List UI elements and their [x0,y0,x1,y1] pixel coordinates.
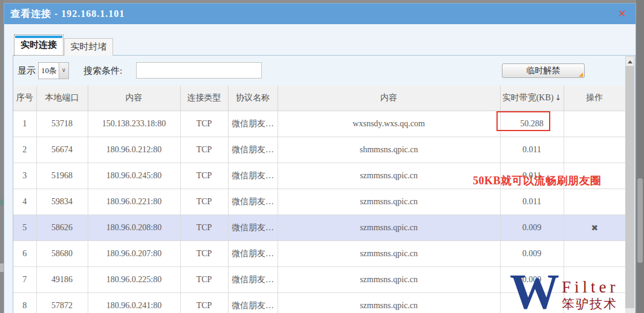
cell-protocol-name: 微信朋友… [228,137,278,163]
cell-connection-type: TCP [180,111,228,137]
cell-no: 2 [13,137,36,163]
annotation-rectangle [496,111,550,131]
tab-label: 实时连接 [21,40,57,50]
cell-content: 180.96.0.212:80 [88,137,180,163]
cell-no: 8 [13,292,36,313]
cell-protocol-name: 微信朋友… [228,215,278,240]
temporary-unban-label: 临时解禁 [527,66,561,75]
cell-content-2: szmmsns.qpic.cn [278,189,500,215]
search-label: 搜索条件: [83,56,122,86]
column-header-connection-type[interactable]: 连接类型 [180,86,228,111]
page-size-select[interactable]: 10条 ∨ [38,62,69,79]
cell-content: 180.96.0.207:80 [88,240,180,266]
table-row[interactable]: 4 59834 180.96.0.221:80 TCP 微信朋友… szmmsn… [13,189,625,215]
dialog-title: 查看连接 - 192.168.1.101 [4,4,636,24]
column-header-content-2[interactable]: 内容 [278,86,500,111]
cell-local-port: 53718 [36,111,88,137]
column-header-local-port[interactable]: 本地端口 [36,86,88,111]
cell-local-port: 49186 [36,266,88,292]
cell-no: 6 [13,240,36,266]
cell-protocol-name: 微信朋友… [228,189,278,215]
table-row[interactable]: 5 58626 180.96.0.208:80 TCP 微信朋友… szmmsn… [13,215,625,240]
cell-no: 5 [13,215,36,240]
cell-connection-type: TCP [180,189,228,215]
toolbar: 显示 10条 ∨ 搜索条件: 临时解禁 [13,56,635,86]
arrow-up-icon [628,60,633,63]
cell-content-2: szmmsns.qpic.cn [278,240,500,266]
button-corner-icon [579,73,583,77]
background-page-scrollbar [637,178,643,263]
cell-protocol-name: 微信朋友… [228,292,278,313]
cell-connection-type: TCP [180,163,228,189]
scrollbar-up-button[interactable] [625,56,634,66]
tab-realtime-connections[interactable]: 实时连接 [14,34,63,56]
cell-content: 150.138.233.18:80 [88,111,180,137]
page-size-value: 10条 [39,63,59,79]
delete-connection-icon[interactable] [564,137,625,163]
table-row[interactable]: 2 56674 180.96.0.212:80 TCP 微信朋友… shmmsn… [13,137,625,163]
watermark-subtitle: 笨驴技术 [562,296,619,312]
cell-connection-type: TCP [180,266,228,292]
cell-local-port: 51968 [36,163,88,189]
sort-descending-icon: ↓ [555,93,561,102]
cell-content-2: szmmsns.qpic.cn [278,266,500,292]
delete-connection-icon[interactable]: ✖ [564,215,625,240]
temporary-unban-button[interactable]: 临时解禁 [502,63,585,78]
delete-connection-icon[interactable] [564,111,625,137]
cell-content-2: szmmsns.qpic.cn [278,292,500,313]
tab-label: 实时封堵 [71,42,107,51]
table-header-row: 序号 本地端口 内容 连接类型 协议名称 内容 实时带宽(KB)↓ 操作 [13,86,625,111]
cell-content-2: szmmsns.qpic.cn [278,163,500,189]
cell-protocol-name: 微信朋友… [228,163,278,189]
display-label: 显示 [18,56,36,86]
tab-realtime-blocking[interactable]: 实时封堵 [64,38,113,56]
dialog-titlebar: 查看连接 - 192.168.1.101 ✕ [4,4,636,24]
cell-protocol-name: 微信朋友… [228,111,278,137]
watermark-brand-name: Filter [562,278,619,296]
cell-content: 180.96.0.221:80 [88,189,180,215]
cell-content: 180.96.0.208:80 [88,215,180,240]
chevron-down-icon[interactable]: ∨ [59,63,68,79]
cell-local-port: 57872 [36,292,88,313]
column-header-no[interactable]: 序号 [13,86,36,111]
cell-content: 180.96.0.225:80 [88,266,180,292]
wfilter-logo-icon: W [510,271,559,313]
active-tab-accent-bar [15,36,62,38]
cell-local-port: 58680 [36,240,88,266]
cell-connection-type: TCP [180,215,228,240]
table-scrollbar[interactable] [625,56,634,313]
column-header-bandwidth[interactable]: 实时带宽(KB)↓ [500,86,564,111]
background-right-strip [636,0,644,313]
cell-no: 1 [13,111,36,137]
cell-content-2: shmmsns.qpic.cn [278,137,500,163]
cell-content: 180.96.0.245:80 [88,163,180,189]
cell-bandwidth: 0.009 [500,215,564,240]
cell-bandwidth: 0.011 [500,137,564,163]
cell-content-2: szmmsns.qpic.cn [278,215,500,240]
cell-bandwidth: 0.011 [500,189,564,215]
cell-bandwidth: 0.009 [500,240,564,266]
scrollbar-thumb[interactable] [625,66,634,308]
annotation-note: 50KB就可以流畅刷朋友圈 [473,173,602,188]
cell-local-port: 59834 [36,189,88,215]
cell-content: 180.96.0.241:80 [88,292,180,313]
cell-connection-type: TCP [180,240,228,266]
wfilter-watermark: W Filter 笨驴技术 [510,271,619,313]
search-input[interactable] [136,62,262,79]
cell-content-2: wxsnsdy.wxs.qq.com [278,111,500,137]
bandwidth-header-label: 实时带宽(KB) [503,93,554,102]
cell-local-port: 58626 [36,215,88,240]
table-row[interactable]: 6 58680 180.96.0.207:80 TCP 微信朋友… szmmsn… [13,240,625,266]
column-header-content[interactable]: 内容 [88,86,180,111]
cell-no: 7 [13,266,36,292]
cell-no: 4 [13,189,36,215]
cell-protocol-name: 微信朋友… [228,266,278,292]
cell-connection-type: TCP [180,292,228,313]
cell-protocol-name: 微信朋友… [228,240,278,266]
column-header-operation[interactable]: 操作 [564,86,625,111]
delete-connection-icon[interactable] [564,189,625,215]
column-header-protocol-name[interactable]: 协议名称 [228,86,278,111]
delete-connection-icon[interactable] [564,240,625,266]
cell-no: 3 [13,163,36,189]
close-icon[interactable]: ✕ [617,8,628,19]
